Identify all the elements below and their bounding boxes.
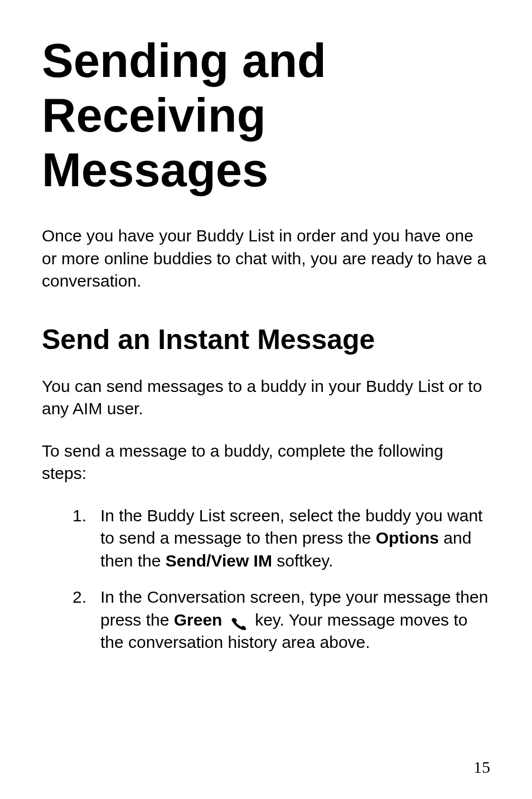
steps-list: In the Buddy List screen, select the bud…	[42, 505, 490, 654]
phone-icon	[229, 614, 250, 628]
section-heading: Send an Instant Message	[42, 323, 490, 356]
step-1-bold-sendview: Send/View IM	[166, 551, 272, 570]
step-1: In the Buddy List screen, select the bud…	[72, 505, 490, 573]
step-2: In the Conversation screen, type your me…	[72, 586, 490, 654]
paragraph-2: To send a message to a buddy, complete t…	[42, 440, 490, 485]
intro-paragraph: Once you have your Buddy List in order a…	[42, 225, 490, 293]
step-1-bold-options: Options	[376, 529, 439, 547]
page-title: Sending and Receiving Messages	[42, 33, 490, 197]
paragraph-1: You can send messages to a buddy in your…	[42, 375, 490, 420]
step-1-text-e: softkey.	[272, 551, 333, 570]
step-2-bold-green: Green	[174, 611, 223, 629]
page-number: 15	[473, 758, 490, 777]
